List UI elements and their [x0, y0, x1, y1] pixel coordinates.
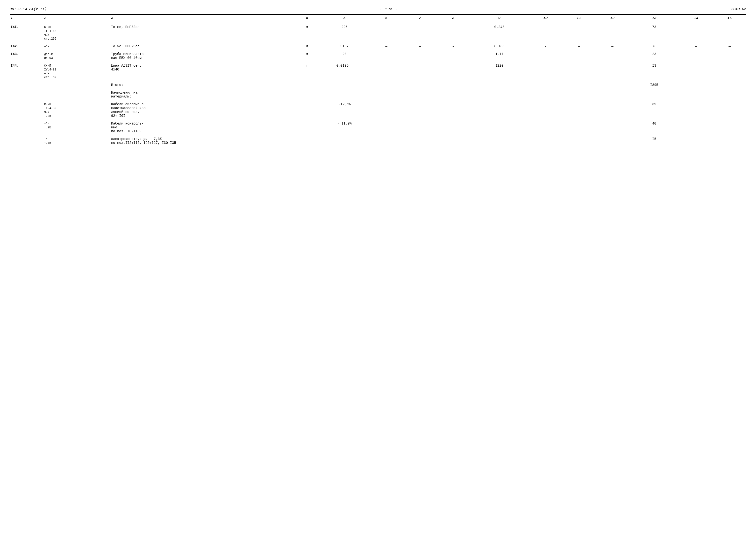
kk-c11	[562, 121, 596, 134]
row-id-141: I4I.	[10, 24, 43, 42]
c8-141: —	[437, 24, 470, 42]
c15-143: —	[713, 51, 746, 61]
spacer	[10, 49, 746, 51]
ek-c15	[713, 136, 746, 146]
itogo-c14	[679, 82, 713, 88]
c6-144: —	[370, 63, 403, 80]
c8-142: –	[437, 43, 470, 49]
ks-c10	[529, 101, 562, 119]
col-header-8: 8	[437, 14, 470, 22]
ks-c1	[10, 101, 43, 119]
elektro-row: –"–т.7В электроконструкции – 7,3%по поз.…	[10, 136, 746, 146]
c14-142: —	[679, 43, 713, 49]
ek-c7	[403, 136, 437, 146]
c10-142: –	[529, 43, 562, 49]
doc-date: 2049-05	[731, 7, 746, 11]
itogo-c15	[713, 82, 746, 88]
kabeli-kontrol-row: –"–т.2Е Кабели контроль-ныепо поз. I02+I…	[10, 121, 746, 134]
ks-c7	[403, 101, 437, 119]
ks-c4	[294, 101, 319, 119]
c7-141: —	[403, 24, 437, 42]
c6-143: —	[370, 51, 403, 61]
unit-141: м	[294, 24, 319, 42]
col-header-7: 7	[403, 14, 437, 22]
row-id-142: I42.	[10, 43, 43, 49]
ks-ref: СНиПIУ-4-82ч.Ут.2В	[43, 101, 110, 119]
spacer	[10, 61, 746, 63]
qty-141: 295	[319, 24, 370, 42]
ks-pct: -I2,6%	[319, 101, 370, 119]
ks-c11	[562, 101, 596, 119]
unit-144: т	[294, 63, 319, 80]
table-row: I4I. СНиПIУ-4-82ч.Устр.295 То же, ПнП32о…	[10, 24, 746, 42]
itogo-c4	[294, 82, 319, 88]
c10-143: —	[529, 51, 562, 61]
ek-c9	[470, 136, 529, 146]
page-number: - 195 -	[380, 7, 398, 11]
itogo-label: Итого:	[110, 82, 294, 88]
col-header-11: II	[562, 14, 596, 22]
c12-142: —	[596, 43, 629, 49]
c14-144: –	[679, 63, 713, 80]
table-row: I43. Доп.к05-03 Труба винипласто-вая ПВХ…	[10, 51, 746, 61]
table-row: I44. СНиПIУ.4-82ч.Устр.I69 Шина АД3IТ се…	[10, 63, 746, 80]
c13-144: I3	[629, 63, 679, 80]
c9-143: 1,I7	[470, 51, 529, 61]
c13-141: 73	[629, 24, 679, 42]
kk-c13: 40	[629, 121, 679, 134]
ks-c9	[470, 101, 529, 119]
itogo-c6	[370, 82, 403, 88]
spacer	[10, 88, 746, 90]
c13-143: 23	[629, 51, 679, 61]
col-header-1: I	[10, 14, 43, 22]
kk-pct: – II,9%	[319, 121, 370, 134]
row-id-144: I44.	[10, 63, 43, 80]
main-table: I 2 3 4 5 6 7 8 9 IO II I2 I3 I4 I5 I4I.…	[10, 14, 746, 146]
ref-141: СНиПIУ-4-82ч.Устр.295	[43, 24, 110, 42]
ek-c5	[319, 136, 370, 146]
kk-c9	[470, 121, 529, 134]
c7-142: —	[403, 43, 437, 49]
itogo-c10	[529, 82, 562, 88]
c9-142: 0,I83	[470, 43, 529, 49]
desc-144: Шина АД3IТ сеч.4х40	[110, 63, 294, 80]
spacer	[10, 99, 746, 101]
ks-c6	[370, 101, 403, 119]
kk-ref: –"–т.2Е	[43, 121, 110, 134]
ek-c13: I5	[629, 136, 679, 146]
c6-142: —	[370, 43, 403, 49]
kk-c14	[679, 121, 713, 134]
c9-141: 0,248	[470, 24, 529, 42]
ek-c8	[437, 136, 470, 146]
c12-141: —	[596, 24, 629, 42]
col-header-9: 9	[470, 14, 529, 22]
c8-143: —	[437, 51, 470, 61]
desc-143: Труба винипласто-вая ПВХ-60-40см	[110, 51, 294, 61]
c14-141: —	[679, 24, 713, 42]
ek-c1	[10, 136, 43, 146]
ek-c6	[370, 136, 403, 146]
itogo-c12	[596, 82, 629, 88]
ref-144: СНиПIУ.4-82ч.Устр.I69	[43, 63, 110, 80]
c10-141: —	[529, 24, 562, 42]
kabeli-silovye-row: СНиПIУ-4-82ч.Ут.2В Кабели силовые спласт…	[10, 101, 746, 119]
row-id-143: I43.	[10, 51, 43, 61]
col-header-6: 6	[370, 14, 403, 22]
ek-c11	[562, 136, 596, 146]
c6-141: —	[370, 24, 403, 42]
c12-144: —	[596, 63, 629, 80]
ks-c13: 39	[629, 101, 679, 119]
ek-c12	[596, 136, 629, 146]
ek-c10	[529, 136, 562, 146]
table-row: I42. –"– То же, ПнП25ол м 3I – — — – 0,I…	[10, 43, 746, 49]
c15-141: —	[713, 24, 746, 42]
c7-143: –	[403, 51, 437, 61]
col-header-10: IO	[529, 14, 562, 22]
c15-142: —	[713, 43, 746, 49]
ek-desc: электроконструкции – 7,3%по поз.II2+II5,…	[110, 136, 294, 146]
itogo-c8	[437, 82, 470, 88]
kk-desc: Кабели контроль-ныепо поз. I02+I09	[110, 121, 294, 134]
nach-c1	[10, 90, 43, 99]
itogo-c7	[403, 82, 437, 88]
ref-143: Доп.к05-03	[43, 51, 110, 61]
